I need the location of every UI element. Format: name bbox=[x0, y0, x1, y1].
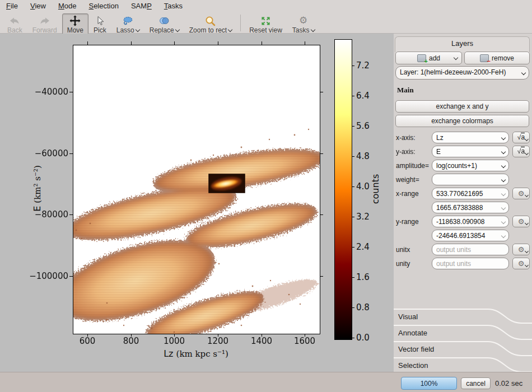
y-axis-select[interactable]: E bbox=[432, 146, 509, 157]
x-range-min-input[interactable]: 533.770621695 bbox=[432, 188, 509, 199]
unity-label: unity bbox=[396, 260, 410, 268]
unitx-label: unitx bbox=[396, 246, 410, 254]
unity-input[interactable] bbox=[432, 258, 509, 269]
add-layer-button[interactable]: + add bbox=[395, 52, 462, 64]
pick-button[interactable]: Pick bbox=[88, 13, 111, 36]
y-tick bbox=[320, 92, 323, 92]
gear-icon: ⚙ bbox=[299, 16, 307, 26]
weight-select[interactable] bbox=[432, 174, 509, 185]
replace-circles-icon bbox=[158, 16, 170, 26]
x-axis-select[interactable]: Lz bbox=[432, 132, 509, 143]
gear-icon: ⚙ bbox=[518, 217, 525, 226]
replace-button[interactable]: Replace bbox=[144, 13, 184, 36]
x-axis-label: x-axis: bbox=[396, 134, 416, 142]
x-tick-label: 1600 bbox=[288, 336, 321, 346]
chevron-down-icon bbox=[525, 263, 529, 267]
y-range-min-input[interactable]: -118638.090908 bbox=[432, 216, 509, 227]
x-tick bbox=[87, 41, 88, 45]
colorbar-tick bbox=[352, 156, 354, 157]
toolbar: Back Forward Move Pick Lasso bbox=[0, 13, 532, 34]
move-label: Move bbox=[67, 26, 83, 34]
x-range-label: x-range bbox=[396, 190, 419, 198]
section-vector-field[interactable]: Vector field bbox=[394, 340, 532, 357]
vaex-plot-window: FileViewModeSelectionSAMPTasks Back Forw… bbox=[0, 0, 532, 392]
menubar: FileViewModeSelectionSAMPTasks bbox=[0, 0, 532, 13]
forward-button[interactable]: Forward bbox=[27, 13, 62, 36]
y-range-max-input[interactable]: -24646.6913854 bbox=[432, 230, 509, 241]
move-button[interactable]: Move bbox=[62, 13, 88, 36]
x-tick-label: 1400 bbox=[245, 336, 278, 346]
y-tick-label: −60000 bbox=[21, 148, 68, 158]
gear-icon: ⚙ bbox=[518, 259, 525, 268]
unitx-input[interactable] bbox=[432, 244, 509, 255]
reset-view-label: Reset view bbox=[249, 26, 282, 34]
lasso-label: Lasso bbox=[116, 26, 134, 34]
menu-view[interactable]: View bbox=[24, 0, 52, 13]
reset-expand-icon bbox=[260, 16, 271, 26]
x-range-options-button[interactable]: ⚙ bbox=[512, 188, 530, 199]
chevron-down-icon bbox=[525, 221, 529, 225]
colorbar-tick-label: 4.8 bbox=[356, 151, 379, 161]
progress-indicator[interactable]: 100% bbox=[401, 377, 457, 390]
menu-tasks[interactable]: Tasks bbox=[158, 0, 189, 13]
plot-area[interactable] bbox=[73, 45, 320, 334]
menu-selection[interactable]: Selection bbox=[82, 0, 124, 13]
forward-arrow-icon bbox=[39, 16, 50, 26]
back-button[interactable]: Back bbox=[2, 13, 27, 36]
colorbar-tick-label: 1.6 bbox=[356, 272, 379, 282]
y-tick bbox=[69, 153, 73, 154]
pick-label: Pick bbox=[94, 26, 106, 34]
exchange-xy-button[interactable]: exchange x and y bbox=[395, 100, 529, 113]
colorbar-tick-label: 0.0 bbox=[356, 333, 379, 343]
lasso-icon bbox=[122, 16, 133, 26]
zoom-to-rect-button[interactable]: Zoom to rect bbox=[184, 13, 237, 36]
colorbar-tick bbox=[352, 96, 354, 96]
section-annotate[interactable]: Annotate bbox=[394, 324, 532, 340]
lasso-button[interactable]: Lasso bbox=[111, 13, 144, 36]
cancel-button[interactable]: cancel bbox=[461, 377, 491, 389]
move-cross-icon bbox=[69, 16, 81, 26]
colorbar-tick bbox=[352, 277, 354, 278]
x-axis-title: Lz (km kpc s⁻¹) bbox=[112, 348, 280, 359]
figure-canvas: Lz (km kpc s⁻¹) E (km² s⁻²) counts 60080… bbox=[0, 34, 394, 372]
x-tick bbox=[218, 41, 218, 45]
x-axis-transform-button[interactable]: √a bbox=[512, 132, 530, 143]
replace-label: Replace bbox=[150, 26, 174, 34]
x-tick bbox=[174, 41, 175, 45]
unity-options-button[interactable]: ⚙ bbox=[512, 258, 530, 269]
y-tick-label: −80000 bbox=[21, 209, 68, 220]
menu-samp[interactable]: SAMP bbox=[125, 0, 158, 13]
colorbar-tick bbox=[352, 66, 354, 66]
section-selection[interactable]: Selection bbox=[394, 357, 532, 373]
menu-mode[interactable]: Mode bbox=[52, 0, 83, 13]
chevron-down-icon bbox=[136, 27, 140, 31]
layer-select[interactable]: Layer: 1(helmi-dezeeuw-2000-FeH) bbox=[395, 66, 529, 80]
reset-view-button[interactable]: Reset view bbox=[244, 13, 287, 36]
remove-layer-icon: − bbox=[480, 54, 489, 62]
x-range-max-input[interactable]: 1665.67383888 bbox=[432, 202, 509, 213]
x-tick-label: 1000 bbox=[157, 336, 191, 346]
chevron-down-icon bbox=[525, 137, 529, 141]
x-tick bbox=[305, 41, 305, 45]
chevron-down-icon bbox=[454, 55, 458, 60]
colorbar-tick bbox=[352, 247, 354, 248]
y-tick bbox=[320, 153, 323, 154]
menu-file[interactable]: File bbox=[0, 0, 24, 13]
gear-icon: ⚙ bbox=[518, 245, 525, 254]
layers-panel-title: Layers bbox=[395, 36, 530, 52]
colorbar bbox=[334, 39, 352, 340]
tasks-button[interactable]: ⚙ Tasks bbox=[287, 13, 320, 36]
unitx-options-button[interactable]: ⚙ bbox=[512, 244, 530, 255]
colorbar-tick bbox=[352, 338, 354, 338]
amplitude-select[interactable]: log(counts+1) bbox=[432, 160, 509, 171]
remove-layer-button[interactable]: − remove bbox=[464, 52, 530, 64]
y-range-options-button[interactable]: ⚙ bbox=[512, 216, 530, 227]
y-axis-transform-button[interactable]: √a bbox=[512, 146, 530, 157]
colorbar-tick bbox=[352, 186, 354, 187]
section-visual[interactable]: Visual bbox=[394, 308, 532, 324]
chevron-down-icon bbox=[310, 27, 315, 31]
exchange-colormaps-button[interactable]: exchange colormaps bbox=[395, 115, 529, 127]
x-tick bbox=[262, 41, 262, 45]
magnifier-icon bbox=[205, 16, 216, 26]
gear-icon: ⚙ bbox=[518, 189, 525, 198]
